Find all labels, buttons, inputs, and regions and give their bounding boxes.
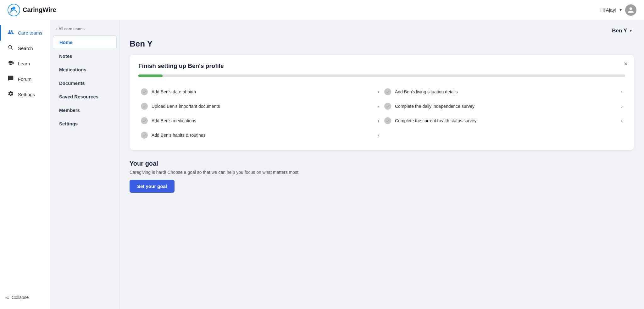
page-content: Ben Y ▼ Ben Y Finish setting up Ben's pr… <box>119 20 644 309</box>
logo[interactable]: CaringWire <box>8 4 56 16</box>
sub-nav-home[interactable]: Home <box>53 36 117 49</box>
svg-point-1 <box>12 7 15 10</box>
sub-nav-saved-resources[interactable]: Saved Resources <box>53 90 117 103</box>
check-icon-health-survey <box>384 117 391 124</box>
sub-nav-documents-label: Documents <box>59 80 85 86</box>
sub-nav-medications-label: Medications <box>59 67 86 72</box>
checklist-dob-label: Add Ben's date of birth <box>152 89 374 94</box>
person-chevron-icon: ▼ <box>629 29 633 33</box>
checklist-daily-survey-label: Complete the daily independence survey <box>395 104 617 109</box>
checklist-daily-survey-chevron: › <box>621 104 623 109</box>
back-link[interactable]: ‹ All care teams <box>55 26 85 31</box>
chevron-down-icon: ▼ <box>619 8 623 12</box>
check-icon-docs <box>141 103 148 110</box>
sidebar-item-search[interactable]: Search <box>0 41 50 56</box>
sub-nav-members-label: Members <box>59 108 80 113</box>
sub-nav-notes[interactable]: Notes <box>53 50 117 63</box>
page-header: Ben Y ▼ <box>130 28 634 34</box>
set-goal-button[interactable]: Set your goal <box>130 180 175 193</box>
sidebar-item-learn[interactable]: Learn <box>0 56 50 71</box>
checklist-meds-label: Add Ben's medications <box>152 118 374 123</box>
back-label: All care teams <box>58 26 84 31</box>
checklist-item-habits[interactable]: Add Ben's habits & routines › <box>138 128 382 142</box>
person-selector-label: Ben Y <box>612 28 627 34</box>
sub-nav-medications[interactable]: Medications <box>53 63 117 76</box>
check-icon-dob <box>141 88 148 95</box>
collapse-label: Collapse <box>12 295 29 300</box>
content-area: ‹ All care teams Home Notes Medications … <box>50 20 644 309</box>
checklist-item-health-survey[interactable]: Complete the current health status surve… <box>382 113 625 128</box>
avatar[interactable] <box>625 4 636 16</box>
setup-card: Finish setting up Ben's profile × <box>130 55 634 150</box>
check-icon-living <box>384 88 391 95</box>
sidebar-item-label: Settings <box>18 92 35 97</box>
settings-icon <box>7 91 14 98</box>
checklist-grid: Add Ben's date of birth › Upload Ben's i… <box>138 85 625 142</box>
collapse-button[interactable]: « Collapse <box>0 291 50 304</box>
checklist-item-daily-survey[interactable]: Complete the daily independence survey › <box>382 99 625 113</box>
sub-nav-settings-label: Settings <box>59 121 78 126</box>
close-setup-button[interactable]: × <box>624 61 628 67</box>
sub-nav-notes-label: Notes <box>59 53 72 59</box>
check-icon-habits <box>141 132 148 139</box>
checklist-item-meds[interactable]: Add Ben's medications › <box>138 113 382 128</box>
forum-icon <box>7 75 14 83</box>
checklist-living-chevron: › <box>621 89 623 94</box>
learn-icon <box>7 60 14 68</box>
checklist-living-label: Add Ben's living situation details <box>395 89 617 94</box>
user-greeting: Hi Ajay! <box>600 7 616 13</box>
checklist-habits-chevron: › <box>378 133 379 138</box>
sidebar-item-label: Learn <box>18 61 30 66</box>
check-icon-daily-survey <box>384 103 391 110</box>
sub-sidebar: ‹ All care teams Home Notes Medications … <box>50 20 119 309</box>
sidebar-item-label: Search <box>18 46 33 51</box>
checklist-dob-chevron: › <box>378 89 379 94</box>
sidebar-item-forum[interactable]: Forum <box>0 71 50 87</box>
care-teams-icon <box>7 29 14 37</box>
setup-card-title: Finish setting up Ben's profile <box>138 63 625 69</box>
back-chevron-icon: ‹ <box>55 26 57 31</box>
progress-bar <box>138 74 625 77</box>
person-selector[interactable]: Ben Y ▼ <box>612 28 633 34</box>
logo-text: CaringWire <box>23 6 56 14</box>
goal-title: Your goal <box>130 160 634 167</box>
user-menu[interactable]: Hi Ajay! ▼ <box>600 4 636 16</box>
svg-point-2 <box>11 8 13 10</box>
sidebar-item-care-teams[interactable]: Care teams <box>0 25 50 41</box>
checklist-col-left: Add Ben's date of birth › Upload Ben's i… <box>138 85 382 142</box>
checklist-item-living[interactable]: Add Ben's living situation details › <box>382 85 625 99</box>
checklist-docs-label: Upload Ben's important documents <box>152 104 374 109</box>
checklist-item-docs[interactable]: Upload Ben's important documents › <box>138 99 382 113</box>
check-icon-meds <box>141 117 148 124</box>
checklist-meds-chevron: › <box>378 118 379 123</box>
sidebar-item-settings[interactable]: Settings <box>0 87 50 102</box>
checklist-item-dob[interactable]: Add Ben's date of birth › <box>138 85 382 99</box>
goal-description: Caregiving is hard! Choose a goal so tha… <box>130 170 634 175</box>
checklist-col-right: Add Ben's living situation details › Com… <box>382 85 625 142</box>
sidebar: Care teams Search Learn Forum Settings <box>0 20 50 309</box>
checklist-health-survey-chevron: › <box>621 118 623 123</box>
sidebar-item-label: Care teams <box>18 30 42 36</box>
checklist-habits-label: Add Ben's habits & routines <box>152 133 374 138</box>
sub-sidebar-header: ‹ All care teams <box>50 20 119 35</box>
sidebar-item-label: Forum <box>18 76 31 82</box>
sub-nav-settings[interactable]: Settings <box>53 117 117 130</box>
progress-bar-fill <box>138 74 163 77</box>
sub-nav-home-label: Home <box>59 40 73 45</box>
checklist-health-survey-label: Complete the current health status surve… <box>395 118 617 123</box>
page-title: Ben Y <box>130 39 634 49</box>
goal-section: Your goal Caregiving is hard! Choose a g… <box>130 160 634 193</box>
sub-nav-documents[interactable]: Documents <box>53 77 117 90</box>
checklist-docs-chevron: › <box>378 104 379 109</box>
search-icon <box>7 44 14 52</box>
collapse-icon: « <box>6 295 9 300</box>
sub-nav-saved-resources-label: Saved Resources <box>59 94 98 99</box>
sub-nav-members[interactable]: Members <box>53 104 117 117</box>
